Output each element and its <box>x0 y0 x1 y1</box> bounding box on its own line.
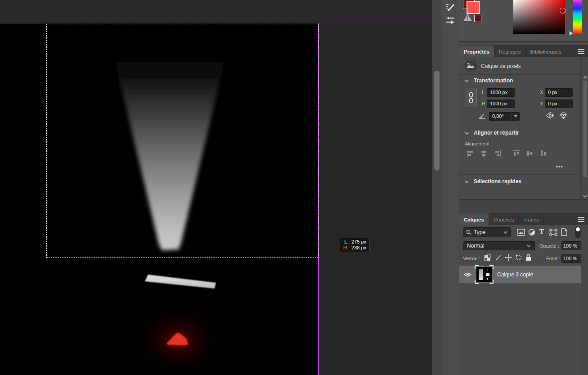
color-field-cursor[interactable] <box>560 8 566 14</box>
hue-slider[interactable] <box>573 0 582 34</box>
align-more-button[interactable]: ••• <box>556 163 563 170</box>
document-scrollbar-thumb[interactable] <box>434 71 440 171</box>
opacity-field[interactable]: 100 % <box>561 241 579 250</box>
tooltip-h-label: H : <box>343 245 350 251</box>
tooltip-l-value: 275 px <box>351 239 366 245</box>
align-left-icon[interactable] <box>467 150 474 157</box>
blend-mode-select[interactable]: Normal <box>463 241 535 250</box>
tab-traces[interactable]: Tracés <box>519 213 544 226</box>
layers-panel: Type T Normal Opa <box>459 225 588 375</box>
brushes-button[interactable] <box>444 15 456 26</box>
gamut-warning-icon[interactable]: ! <box>463 14 472 21</box>
h-field[interactable]: 1000 px <box>487 99 515 108</box>
opacity-label: Opacité : <box>539 243 559 248</box>
chevron-down-icon <box>527 244 531 247</box>
layer-thumbnail[interactable] <box>476 267 492 282</box>
angle-field[interactable]: 0,00° <box>489 112 512 121</box>
tab-reglages[interactable]: Réglages <box>494 45 526 58</box>
properties-scrollbar-thumb[interactable] <box>583 81 587 177</box>
lock-transparency-icon[interactable] <box>484 254 491 261</box>
lock-artboard-icon[interactable] <box>515 254 522 261</box>
flip-vertical-icon[interactable] <box>559 112 568 119</box>
search-icon <box>466 230 471 235</box>
brush-settings-icon <box>444 3 456 14</box>
filter-toggle-knob <box>576 227 580 231</box>
align-top-icon[interactable] <box>512 150 520 157</box>
layer-visibility-icon[interactable] <box>464 272 471 277</box>
hue-slider-arrow[interactable] <box>570 31 573 36</box>
chevron-down-icon <box>514 115 517 117</box>
foreground-color-swatch[interactable] <box>467 1 480 14</box>
scroll-up-icon[interactable] <box>583 76 587 79</box>
photoshop-window: { "tooltip": { "l_label": "L :", "l_valu… <box>0 0 588 375</box>
properties-tabbar: Propriétés Réglages Bibliothèques <box>459 45 588 58</box>
collapsed-panel-strip <box>441 0 459 375</box>
dock-gap <box>459 200 588 213</box>
pixel-layer-icon <box>465 61 477 71</box>
layer-name[interactable]: Calque 3 copie <box>497 271 533 278</box>
layers-panel-menu-icon[interactable] <box>578 217 584 222</box>
thumbnail-selection-bracket <box>475 280 479 284</box>
angle-dropdown-button[interactable] <box>512 112 520 121</box>
chevron-down-icon <box>503 231 507 234</box>
scroll-down-icon[interactable] <box>583 195 587 198</box>
lock-pixels-icon[interactable] <box>495 254 502 261</box>
color-panel: ! <box>459 0 588 42</box>
filter-type-layers-icon[interactable]: T <box>539 228 544 235</box>
tab-bibliotheques[interactable]: Bibliothèques <box>525 45 566 58</box>
transformation-title[interactable]: Transformation <box>474 77 513 84</box>
align-bottom-icon[interactable] <box>539 150 547 157</box>
filter-pixel-layers-icon[interactable] <box>517 229 525 236</box>
layer-filter-select[interactable]: Type <box>463 227 511 237</box>
tab-proprietes[interactable]: Propriétés <box>459 45 494 58</box>
lock-all-icon[interactable] <box>525 254 531 261</box>
y-field[interactable]: 0 px <box>545 99 573 108</box>
tooltip-h-value: 238 px <box>351 245 366 251</box>
layer-row[interactable]: Calque 3 copie <box>459 266 581 283</box>
layer-type-label: Calque de pixels <box>481 63 521 69</box>
fill-value: 100 % <box>563 256 577 261</box>
filter-adjustment-layers-icon[interactable] <box>528 229 535 236</box>
transformation-collapse-icon[interactable] <box>465 80 469 82</box>
x-field[interactable]: 0 px <box>545 88 573 97</box>
thumbnail-selection-bracket <box>489 265 494 269</box>
tab-calques[interactable]: Calques <box>459 213 489 226</box>
gamut-warning-swatch[interactable] <box>474 15 481 22</box>
lock-position-icon[interactable] <box>505 254 512 261</box>
properties-panel-menu-icon[interactable] <box>578 49 584 54</box>
document-area: L : 275 px H : 238 px <box>0 0 432 375</box>
h-label: H <box>482 101 485 106</box>
document-scrollbar[interactable] <box>432 0 441 375</box>
tab-couches[interactable]: Couches <box>489 213 519 226</box>
align-center-vertical-icon[interactable] <box>526 150 534 157</box>
quick-selections-title[interactable]: Sélections rapides <box>474 178 521 185</box>
pasteboard-top <box>0 0 432 23</box>
x-label: X <box>540 90 543 95</box>
properties-panel: Calque de pixels Transformation L 1000 p… <box>459 57 588 200</box>
brush-settings-button[interactable] <box>444 3 456 14</box>
filter-toggle[interactable] <box>575 226 581 238</box>
layers-scroll-gutter[interactable] <box>581 225 588 375</box>
l-field[interactable]: 1000 px <box>487 88 515 97</box>
link-dimensions-button[interactable] <box>465 88 477 107</box>
color-field[interactable] <box>513 0 565 34</box>
y-label: Y <box>540 101 543 106</box>
thumbnail-selection-bracket <box>489 280 494 284</box>
guide-horizontal[interactable] <box>0 23 319 24</box>
fill-field[interactable]: 100 % <box>561 254 579 263</box>
filter-smart-objects-icon[interactable] <box>561 228 567 236</box>
align-right-icon[interactable] <box>494 150 501 157</box>
layers-tabbar: Calques Couches Tracés <box>459 213 588 226</box>
align-center-horizontal-icon[interactable] <box>480 150 488 157</box>
filter-shape-layers-icon[interactable] <box>549 229 557 236</box>
flip-horizontal-icon[interactable] <box>546 112 555 119</box>
strip-divider <box>441 28 459 28</box>
align-title[interactable]: Aligner et répartir <box>474 130 519 136</box>
properties-scrollbar[interactable] <box>580 57 588 199</box>
quick-selections-collapse-icon[interactable] <box>465 181 469 183</box>
slab-shape <box>145 275 216 289</box>
align-collapse-icon[interactable] <box>465 132 469 135</box>
alignment-label: Alignement : <box>465 141 492 146</box>
fill-label: Fond : <box>546 256 560 261</box>
opacity-value: 100 % <box>563 243 577 248</box>
